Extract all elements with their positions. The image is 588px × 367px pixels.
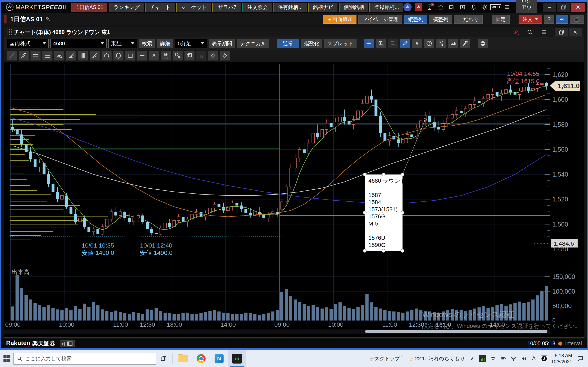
crosshair-tool-icon[interactable] (364, 39, 374, 48)
restore-button[interactable] (557, 3, 571, 12)
tray-expand-chevron[interactable]: ∧ (469, 355, 476, 362)
timeframe-select[interactable]: 5分足 (175, 39, 207, 48)
horizontal-align-button[interactable]: 横整列 (429, 15, 452, 24)
home-icon[interactable] (436, 3, 445, 11)
three-horizontal-lines-tool-icon[interactable] (42, 51, 52, 60)
trend-line-tool-icon[interactable] (7, 51, 17, 60)
settings-gear-icon[interactable] (480, 3, 489, 11)
camera-tray-icon[interactable] (490, 355, 497, 362)
add-window-icon[interactable] (447, 3, 456, 11)
bell-icon[interactable] (469, 3, 478, 11)
duplicate-tool-icon[interactable] (184, 51, 195, 60)
new-window-button[interactable] (570, 15, 584, 24)
eraser-all-tool-icon[interactable]: A (220, 51, 230, 60)
tab-registered-stocks[interactable]: 登録銘柄... (369, 3, 403, 12)
statusbar-tools[interactable]: ▸| (60, 340, 75, 347)
market-pulse-blue-icon[interactable] (403, 3, 412, 11)
marketspeed-taskbar-icon[interactable] (228, 350, 246, 367)
add-screen-button[interactable]: ＋画面追加 (323, 15, 356, 24)
zoom-out-icon[interactable] (388, 39, 398, 48)
zoom-in-icon[interactable] (376, 39, 386, 48)
link-jump-button[interactable]: ↵ (556, 15, 568, 24)
mypage-manage-button[interactable]: マイページ管理 (358, 15, 402, 24)
price-volume-chart[interactable]: 1,4801,5001,5201,5401,5601,5801,6001,620… (4, 62, 584, 337)
ime-j-icon[interactable]: J (541, 355, 548, 362)
display-period-button[interactable]: 表示期間 (209, 39, 235, 48)
stock-mini-chart-tray-icon[interactable] (479, 355, 486, 362)
my-chart-icon[interactable]: MY (436, 39, 446, 48)
kodawari-button[interactable]: こだわり (454, 15, 483, 24)
chevron-icon[interactable]: » (401, 354, 403, 359)
text-tool-icon[interactable]: A (149, 51, 159, 60)
ellipse-tool-icon[interactable] (113, 51, 123, 60)
draw-pencil-icon[interactable] (400, 39, 410, 48)
tab-order-inquiry[interactable]: 注文照会 (242, 3, 272, 12)
tab-market[interactable]: マーケット (176, 3, 211, 12)
rectangle-tool-icon[interactable] (125, 51, 135, 60)
pentagon-tool-icon[interactable] (102, 51, 112, 60)
minimize-button[interactable]: – (543, 3, 556, 12)
horizontal-segment-tool-icon[interactable] (137, 51, 147, 60)
media-icon[interactable] (458, 3, 467, 11)
search-icon[interactable] (526, 28, 535, 36)
volume-tray-icon[interactable] (520, 355, 527, 362)
start-button[interactable] (0, 350, 13, 367)
chart-restore-button[interactable] (555, 28, 568, 36)
search-button[interactable]: 検索 (139, 39, 155, 48)
file-explorer-icon[interactable] (174, 350, 192, 367)
normal-mode-button[interactable]: 通常 (277, 39, 299, 48)
battery-tray-icon[interactable] (500, 355, 507, 362)
help-button[interactable]: ? (544, 15, 554, 24)
weather-widget[interactable]: ☽ 22°C 晴れのちくもり (407, 355, 465, 363)
close-button[interactable]: ✕ (571, 3, 585, 12)
tab-ranking[interactable]: ランキング (109, 3, 144, 12)
spread-mode-button[interactable]: スプレッド (324, 39, 356, 48)
two-horizontal-lines-tool-icon[interactable] (30, 51, 41, 60)
notification-phone-icon[interactable]: !N (425, 3, 434, 11)
hamburger-menu-icon[interactable] (502, 3, 511, 11)
fan-lines-tool-icon[interactable] (66, 51, 76, 60)
action-center-button[interactable] (576, 354, 585, 363)
code-select[interactable]: 4680 (51, 39, 107, 48)
hand-drag-tool-icon[interactable] (196, 51, 207, 60)
ime-a-icon[interactable]: A (530, 355, 537, 362)
desktop-toolbar[interactable]: デスクトップ » (370, 355, 403, 362)
yen-display-icon[interactable]: ¥ (412, 39, 422, 48)
chart-canvas[interactable]: 1,4801,5001,5201,5401,5601,5801,6001,620… (4, 62, 584, 337)
chart-window-titlebar[interactable]: チャート(単体) 4680 ラウンドワン 東1 1✕ (4, 27, 584, 37)
tab-zaraba7[interactable]: ザラバ7 (212, 3, 241, 12)
detail-button[interactable]: 詳細 (157, 39, 173, 48)
chrome-icon[interactable] (192, 350, 210, 367)
icon-stamp-tool-icon[interactable]: icon (161, 51, 171, 60)
link-group-icon[interactable]: 1 (511, 28, 520, 36)
vertical-lines-tool-icon[interactable] (78, 51, 88, 60)
web-icon[interactable]: WEB (491, 3, 500, 11)
panel-layout-icon[interactable] (67, 342, 72, 346)
window-menu-icon[interactable] (540, 28, 549, 36)
angle-lines-tool-icon[interactable] (90, 51, 100, 60)
taskbar-search-input[interactable]: ここに入力して検索 (13, 353, 156, 365)
fibonacci-arc-tool-icon[interactable] (54, 51, 64, 60)
chart-close-button[interactable]: ✕ (569, 28, 582, 36)
fix-button[interactable]: 固定 (492, 15, 510, 24)
market-select[interactable]: 東証 (108, 39, 137, 48)
category-select[interactable]: 国内株式 (7, 39, 49, 48)
tab-stock-navi[interactable]: 銘柄ナビ (308, 3, 337, 12)
tab-1nichi-shin-as-01[interactable]: 1日信AS 01 (71, 3, 107, 12)
play-pause-icon[interactable]: ▸| (62, 341, 65, 346)
order-button[interactable]: 注文 (519, 15, 542, 24)
market-pulse-red-icon[interactable] (414, 3, 423, 11)
task-view-button[interactable] (156, 350, 171, 367)
edit-workspace-icon[interactable]: ✎ (46, 16, 50, 22)
area-chart-icon[interactable] (448, 39, 458, 48)
drag-grip-icon[interactable] (7, 29, 12, 36)
info-icon[interactable] (424, 39, 434, 48)
index-mode-button[interactable]: 指数化 (301, 39, 322, 48)
blue-app-icon[interactable]: N (210, 350, 228, 367)
eraser-tool-icon[interactable] (208, 51, 218, 60)
wifi-tray-icon[interactable] (510, 355, 517, 362)
settings-wrench-icon[interactable] (460, 39, 470, 48)
tab-held-stocks[interactable]: 保有銘柄... (273, 3, 307, 12)
tab-individual-stock[interactable]: 個別銘柄 (339, 3, 368, 12)
print-icon[interactable] (478, 39, 488, 48)
